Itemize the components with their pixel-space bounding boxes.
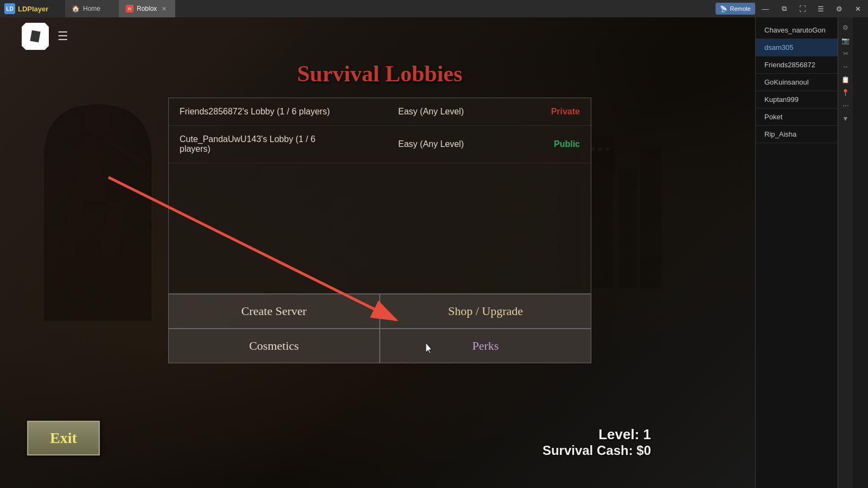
tab-close-button[interactable]: ✕: [160, 4, 168, 14]
svg-rect-8: [598, 147, 602, 151]
fullscreen-button[interactable]: ⛶: [794, 3, 810, 15]
app-logo: LD LDPlayer: [0, 3, 65, 14]
player-name-4: Kuptan999: [764, 95, 799, 104]
titlebar-controls: 📡 Remote — ⧉ ⛶ ☰ ⚙ ✕: [716, 3, 868, 15]
restore-button[interactable]: ⧉: [776, 3, 792, 15]
lobby-list[interactable]: Friends2856872's Lobby (1 / 6 players) E…: [168, 98, 591, 294]
tab-roblox[interactable]: R Roblox ✕: [119, 0, 175, 17]
game-area: ☰ Survival Lobbies Friends2856872's Lobb…: [0, 17, 770, 488]
player-name-6: Rip_Aisha: [764, 130, 796, 138]
roblox-favicon: R: [126, 5, 133, 12]
lobby-visibility-1: Private: [515, 107, 580, 117]
sidebar-tool-1[interactable]: 📷: [840, 35, 852, 47]
player-name-0: Chaves_narutoGon: [764, 26, 826, 34]
lobby-difficulty-2: Easy (Any Level): [347, 139, 515, 149]
tab-home[interactable]: 🏠 Home: [65, 0, 119, 17]
player-name-3: GoKuinsanoul: [764, 78, 809, 86]
sidebar-tool-5[interactable]: 📍: [840, 87, 852, 99]
app-name: LDPlayer: [18, 5, 48, 13]
shop-upgrade-button[interactable]: Shop / Upgrade: [380, 294, 591, 329]
close-button[interactable]: ✕: [850, 3, 866, 15]
exit-button[interactable]: Exit: [27, 421, 100, 455]
svg-rect-4: [640, 147, 662, 288]
hamburger-menu[interactable]: ☰: [58, 29, 68, 43]
player-name-2: Friends2856872: [764, 61, 815, 69]
lobby-name-2: Cute_PandaUwU143's Lobby (1 / 6 players): [180, 134, 347, 154]
player-name-1: dsam305: [764, 43, 793, 52]
player-name-5: Poket: [764, 113, 782, 121]
lobby-row-2[interactable]: Cute_PandaUwU143's Lobby (1 / 6 players)…: [169, 126, 591, 163]
svg-point-0: [84, 104, 111, 137]
sidebar-tool-4[interactable]: 📋: [840, 74, 852, 86]
cash-display: Survival Cash: $0: [542, 443, 651, 458]
roblox-logo: ☰: [22, 23, 68, 50]
roblox-icon: [22, 23, 49, 50]
lobby-row-1[interactable]: Friends2856872's Lobby (1 / 6 players) E…: [169, 98, 591, 126]
menu-button[interactable]: ☰: [813, 3, 829, 15]
minimize-button[interactable]: —: [757, 3, 774, 15]
background-silhouette: [16, 50, 179, 321]
titlebar: LD LDPlayer 🏠 Home R Roblox ✕ 📡 Remote —…: [0, 0, 868, 17]
lobby-visibility-2: Public: [515, 139, 580, 149]
lobby-ui: Survival Lobbies Friends2856872's Lobby …: [168, 61, 591, 363]
sidebar-tool-3[interactable]: ↔: [840, 61, 852, 73]
remote-button[interactable]: 📡 Remote: [716, 3, 755, 15]
lobby-difficulty-1: Easy (Any Level): [347, 107, 515, 117]
ld-logo-icon: LD: [4, 3, 15, 14]
level-info: Level: 1 Survival Cash: $0: [542, 426, 651, 458]
sidebar-tool-0[interactable]: ⚙: [840, 22, 852, 34]
players-panel: Chaves_narutoGon dsam305 Friends2856872 …: [755, 17, 853, 488]
lobby-name-1: Friends2856872's Lobby (1 / 6 players): [180, 107, 347, 117]
lobby-empty-space: [169, 163, 591, 293]
svg-rect-9: [605, 147, 610, 151]
bottom-buttons-row: Cosmetics Perks: [168, 329, 591, 363]
svg-rect-11: [30, 30, 40, 42]
tabs-area: 🏠 Home R Roblox ✕: [65, 0, 175, 17]
settings-button[interactable]: ⚙: [831, 3, 847, 15]
create-server-button[interactable]: Create Server: [168, 294, 380, 329]
lobby-title: Survival Lobbies: [168, 61, 591, 87]
level-display: Level: 1: [542, 426, 651, 443]
remote-label: Remote: [730, 5, 751, 12]
home-favicon: 🏠: [72, 5, 80, 12]
sidebar-tool-7[interactable]: ▼: [840, 113, 852, 125]
tab-home-label: Home: [83, 5, 100, 12]
cosmetics-button[interactable]: Cosmetics: [168, 329, 380, 363]
sidebar-tool-6[interactable]: ⋯: [840, 100, 852, 112]
sidebar-tool-2[interactable]: ✂: [840, 48, 852, 60]
svg-rect-3: [618, 169, 637, 288]
perks-button[interactable]: Perks: [380, 329, 591, 363]
tab-roblox-label: Roblox: [137, 5, 157, 12]
remote-icon: 📡: [720, 5, 727, 12]
lobby-buttons: Create Server Shop / Upgrade: [168, 294, 591, 329]
